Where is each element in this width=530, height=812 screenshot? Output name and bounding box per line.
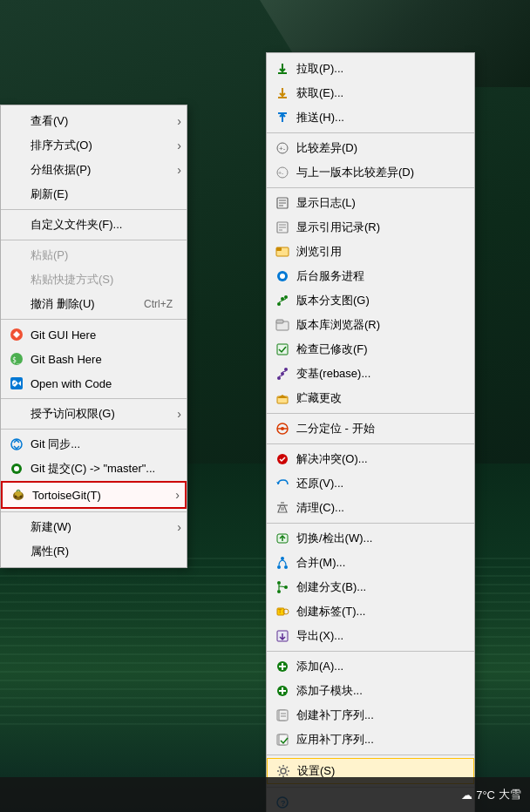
menu-item-diff[interactable]: +- 比较差异(D): [267, 136, 474, 160]
view-icon: [8, 112, 25, 130]
tortoisegit-label: TortoiseGit(T): [32, 489, 171, 502]
menu-item-bisect[interactable]: 二分定位 - 开始: [267, 416, 474, 441]
menu-item-vscode[interactable]: Open with Code: [1, 371, 187, 396]
menu-item-push[interactable]: 推送(H)...: [267, 105, 474, 130]
git-sync-icon: [8, 436, 25, 453]
menu-item-add[interactable]: 添加(A)...: [267, 654, 474, 679]
svg-rect-72: [279, 710, 288, 721]
menu-item-switch[interactable]: 切换/检出(W)...: [267, 526, 474, 551]
menu-item-tortoisegit[interactable]: TortoiseGit(T): [1, 481, 187, 509]
menu-item-revert[interactable]: 还原(V)...: [267, 471, 474, 496]
stash-icon: [274, 389, 291, 407]
show-log-label: 显示日志(L): [296, 195, 460, 211]
export-label: 导出(X)...: [296, 628, 460, 644]
taskbar-weather: ☁ 7°C 大雪: [461, 787, 521, 802]
menu-item-resolve[interactable]: 解决冲突(O)...: [267, 447, 474, 471]
menu-item-daemon[interactable]: 后台服务进程: [267, 264, 474, 288]
pull-label: 拉取(P)...: [296, 61, 460, 77]
svg-rect-11: [278, 72, 287, 74]
menu-item-check-modified[interactable]: 检查已修改(F): [267, 337, 474, 362]
menu-item-create-branch[interactable]: 创建分支(B)...: [267, 575, 474, 599]
menu-item-refresh[interactable]: 刷新(E): [1, 182, 187, 206]
menu-item-customize[interactable]: 自定义文件夹(F)...: [1, 213, 187, 237]
svg-point-10: [20, 496, 23, 498]
apply-patch-icon: [274, 731, 291, 748]
svg-line-42: [282, 371, 286, 372]
svg-point-58: [277, 590, 281, 593]
paste-shortcut-icon: [8, 271, 25, 288]
fetch-label: 获取(E)...: [296, 85, 460, 101]
separator-2: [1, 240, 187, 240]
svg-text:$_: $_: [12, 356, 21, 364]
svg-rect-12: [278, 97, 287, 98]
diff-label: 比较差异(D): [296, 140, 460, 156]
menu-item-paste-shortcut[interactable]: 粘贴快捷方式(S): [1, 267, 187, 292]
menu-item-show-reflog[interactable]: 显示引用记录(R): [267, 215, 474, 240]
menu-item-sort[interactable]: 排序方式(O): [1, 133, 187, 158]
menu-item-properties[interactable]: 属性(R): [1, 539, 187, 564]
menu-item-undo[interactable]: 撤消 删除(U) Ctrl+Z: [1, 292, 187, 316]
create-branch-label: 创建分支(B)...: [296, 579, 460, 595]
right-sep-4: [267, 443, 474, 444]
menu-item-grant-access[interactable]: 授予访问权限(G): [1, 402, 187, 426]
git-commit-label: Git 提交(C) -> "master"...: [31, 461, 173, 477]
menu-item-repo-browser[interactable]: 版本库浏览器(R): [267, 313, 474, 337]
separator-1: [1, 209, 187, 210]
git-commit-icon: [8, 460, 25, 477]
check-modified-label: 检查已修改(F): [296, 342, 460, 357]
undo-label: 撤消 删除(U): [31, 296, 126, 312]
menu-item-view[interactable]: 查看(V): [1, 109, 187, 133]
svg-point-38: [277, 376, 281, 380]
menu-item-revision-graph[interactable]: 版本分支图(G): [267, 288, 474, 313]
svg-point-46: [281, 427, 284, 430]
svg-point-56: [281, 557, 284, 560]
menu-item-new[interactable]: 新建(W): [1, 515, 187, 539]
sort-icon: [8, 137, 25, 154]
menu-item-merge[interactable]: 合并(M)...: [267, 551, 474, 575]
create-tag-icon: T: [274, 603, 291, 620]
menu-item-git-bash[interactable]: $_ Git Bash Here: [1, 347, 187, 371]
menu-item-create-patch[interactable]: 创建补丁序列...: [267, 703, 474, 727]
tortoisegit-icon: [10, 486, 27, 504]
right-sep-3: [267, 413, 474, 414]
svg-rect-36: [276, 320, 283, 323]
menu-item-group[interactable]: 分组依据(P): [1, 158, 187, 182]
revert-label: 还原(V)...: [296, 476, 460, 491]
separator-6: [1, 511, 187, 512]
menu-item-clean[interactable]: 清理(C)...: [267, 496, 474, 520]
push-label: 推送(H)...: [296, 110, 460, 125]
menu-item-paste[interactable]: 粘贴(P): [1, 243, 187, 267]
git-sync-label: Git 同步...: [31, 436, 173, 452]
svg-point-54: [277, 565, 281, 569]
menu-item-git-sync[interactable]: Git 同步...: [1, 432, 187, 457]
menu-item-create-tag[interactable]: T 创建标签(T)...: [267, 599, 474, 624]
right-sep-6: [267, 651, 474, 652]
menu-item-browse-ref[interactable]: 浏览引用: [267, 240, 474, 264]
menu-item-git-gui[interactable]: Git GUI Here: [1, 322, 187, 347]
svg-point-77: [281, 768, 286, 774]
menu-item-add-submodule[interactable]: 添加子模块...: [267, 679, 474, 703]
menu-item-show-log[interactable]: 显示日志(L): [267, 191, 474, 215]
menu-item-pull[interactable]: 拉取(P)...: [267, 57, 474, 81]
repo-browser-label: 版本库浏览器(R): [296, 317, 460, 333]
diff-icon: +-: [274, 139, 291, 157]
clean-icon: [274, 499, 291, 517]
merge-icon: [274, 554, 291, 572]
customize-label: 自定义文件夹(F)...: [31, 217, 173, 233]
browse-ref-label: 浏览引用: [296, 244, 460, 260]
menu-item-stash[interactable]: 贮藏更改: [267, 386, 474, 410]
menu-item-export[interactable]: 导出(X)...: [267, 624, 474, 648]
svg-point-9: [15, 496, 17, 498]
menu-item-apply-patch[interactable]: 应用补丁序列...: [267, 727, 474, 752]
menu-item-git-commit[interactable]: Git 提交(C) -> "master"...: [1, 457, 187, 481]
browse-ref-icon: [274, 243, 291, 261]
revision-graph-label: 版本分支图(G): [296, 293, 460, 308]
switch-icon: [274, 530, 291, 547]
paste-icon: [8, 247, 25, 264]
menu-item-diff-prev[interactable]: +- 与上一版本比较差异(D): [267, 160, 474, 185]
menu-item-rebase[interactable]: 变基(rebase)...: [267, 362, 474, 386]
svg-point-40: [284, 368, 288, 371]
diff-prev-label: 与上一版本比较差异(D): [296, 165, 460, 180]
menu-item-fetch[interactable]: 获取(E)...: [267, 81, 474, 105]
svg-point-57: [277, 581, 281, 585]
